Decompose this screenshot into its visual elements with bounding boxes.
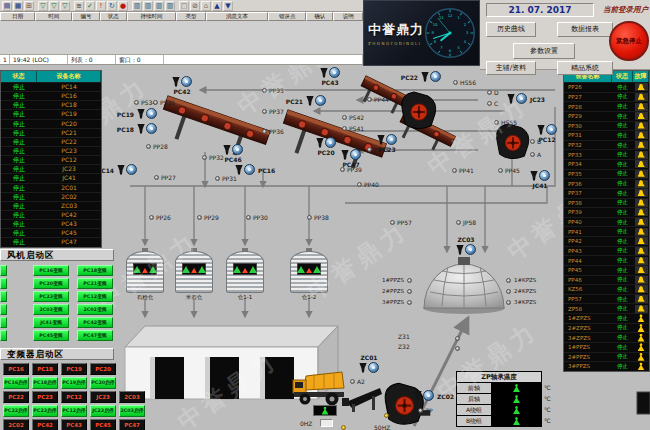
fan-vfd-button[interactable]: PC16变频 — [33, 265, 69, 276]
alarm-col-9[interactable]: 说明 — [333, 12, 363, 21]
left-device-row[interactable]: 停止PC47 — [1, 237, 101, 246]
fan-vfd-button[interactable]: PC12变频 — [77, 291, 113, 302]
right-device-row[interactable]: ZP58停止 — [564, 303, 649, 313]
ctrl-button-3[interactable]: 主辅/资料 — [486, 61, 536, 75]
vfd-startstop-button[interactable]: PC12启停 — [61, 405, 87, 417]
right-device-row[interactable]: PP42停止 — [564, 236, 649, 246]
fan-vfd-button[interactable]: 2C03变频 — [33, 304, 69, 315]
vfd-startstop-button[interactable]: PC19启停 — [61, 377, 87, 389]
right-device-row[interactable]: PP40停止 — [564, 217, 649, 227]
vfd-startstop-button[interactable]: JC23启停 — [90, 405, 116, 417]
vfd-device-button[interactable]: PC19 — [61, 363, 87, 375]
alarm-col-6[interactable]: 消息文本 — [206, 12, 269, 21]
vfd-device-button[interactable]: PC12 — [61, 391, 87, 403]
toolbar-icon-1[interactable]: ▦ — [13, 1, 23, 11]
left-device-row[interactable]: 停止ZC03 — [1, 201, 101, 210]
right-device-row[interactable]: PP43停止 — [564, 246, 649, 256]
ctrl-button-2[interactable]: 参数设置 — [513, 43, 575, 59]
toolbar-icon-4[interactable]: ▽ — [49, 1, 59, 11]
toolbar-icon-18[interactable]: ▲ — [212, 1, 222, 11]
vfd-device-button[interactable]: PC22 — [3, 391, 29, 403]
right-device-row[interactable]: 3#ZPZS停止 — [564, 332, 649, 342]
fan-btn-stub[interactable] — [0, 265, 7, 276]
right-device-row[interactable]: PP33停止 — [564, 149, 649, 159]
right-device-row[interactable]: PP32停止 — [564, 140, 649, 150]
vfd-device-button[interactable]: PC45 — [90, 419, 116, 430]
fan-btn-stub[interactable] — [0, 278, 7, 289]
right-device-row[interactable]: 3#PPZS停止 — [564, 361, 649, 371]
fan-vfd-button[interactable]: JC41变频 — [33, 317, 69, 328]
vfd-device-button[interactable]: PC43 — [61, 419, 87, 430]
right-device-row[interactable]: PP34停止 — [564, 159, 649, 169]
vfd-device-button[interactable]: PC47 — [119, 419, 145, 430]
fan-vfd-button[interactable]: PC42变频 — [77, 317, 113, 328]
left-device-row[interactable]: 停止PC42 — [1, 210, 101, 219]
toolbar-icon-16[interactable]: ⊘ — [190, 1, 200, 11]
toolbar-icon-11[interactable]: ▥ — [132, 1, 142, 11]
fan-btn-stub[interactable] — [0, 330, 7, 341]
left-device-row[interactable]: 停止2C02 — [1, 192, 101, 201]
left-device-row[interactable]: 停止PC16 — [1, 91, 101, 100]
ctrl-button-4[interactable]: 精品系统 — [557, 61, 613, 75]
right-device-row[interactable]: PP41停止 — [564, 226, 649, 236]
fan-vfd-button[interactable]: PC18变频 — [77, 265, 113, 276]
alarm-col-0[interactable]: 日期 — [0, 12, 35, 21]
right-device-row[interactable]: 1#PPZS停止 — [564, 342, 649, 352]
toolbar-icon-14[interactable]: ▥ — [165, 1, 175, 11]
left-device-row[interactable]: 停止PC18 — [1, 100, 101, 109]
left-device-row[interactable]: 停止PC22 — [1, 137, 101, 146]
right-device-row[interactable]: PP44停止 — [564, 255, 649, 265]
alarm-col-7[interactable]: 错误点 — [268, 12, 306, 21]
alarm-col-3[interactable]: 状态 — [100, 12, 127, 21]
left-device-row[interactable]: 停止PC21 — [1, 128, 101, 137]
alarm-col-5[interactable]: 类型 — [176, 12, 206, 21]
toolbar-icon-13[interactable]: ▥ — [154, 1, 164, 11]
toolbar-icon-15[interactable]: □ — [179, 1, 189, 11]
right-device-row[interactable]: PP31停止 — [564, 130, 649, 140]
right-device-row[interactable]: PP46停止 — [564, 275, 649, 285]
vfd-startstop-button[interactable]: PC18启停 — [32, 377, 58, 389]
left-device-row[interactable]: 停止JC23 — [1, 164, 101, 173]
toolbar-icon-9[interactable]: ↻ — [107, 1, 117, 11]
toolbar-icon-19[interactable]: ▼ — [223, 1, 233, 11]
emergency-stop-button[interactable]: 紧急停止 — [609, 21, 649, 61]
left-device-row[interactable]: 停止PC43 — [1, 219, 101, 228]
fan-vfd-button[interactable]: 2C02变频 — [77, 304, 113, 315]
vfd-device-button[interactable]: PC42 — [32, 419, 58, 430]
alarm-col-1[interactable]: 时间 — [35, 12, 72, 21]
fan-vfd-button[interactable]: PC20变频 — [33, 278, 69, 289]
hz-value-box[interactable] — [320, 419, 333, 427]
ctrl-button-1[interactable]: 数据报表 — [557, 22, 613, 37]
vfd-startstop-button[interactable]: 2C03启停 — [119, 405, 145, 417]
right-device-row[interactable]: PP27停止 — [564, 92, 649, 102]
vfd-device-button[interactable]: JC23 — [90, 391, 116, 403]
vfd-startstop-button[interactable]: PC16启停 — [3, 377, 29, 389]
toolbar-icon-3[interactable]: ▽ — [38, 1, 48, 11]
vfd-startstop-button[interactable]: PC22启停 — [3, 405, 29, 417]
fan-btn-stub[interactable] — [0, 317, 7, 328]
alarm-list-area[interactable] — [0, 21, 363, 55]
toolbar-icon-6[interactable]: ≡ — [74, 1, 84, 11]
left-device-row[interactable]: 停止PC23 — [1, 146, 101, 155]
right-device-row[interactable]: PP28停止 — [564, 101, 649, 111]
vfd-device-button[interactable]: 2C03 — [119, 391, 145, 403]
right-device-row[interactable]: PP30停止 — [564, 121, 649, 131]
right-device-row[interactable]: PP35停止 — [564, 169, 649, 179]
left-device-row[interactable]: 停止PC20 — [1, 119, 101, 128]
fan-vfd-button[interactable]: PC21变频 — [77, 278, 113, 289]
right-device-row[interactable]: PP26停止 — [564, 82, 649, 92]
vfd-device-button[interactable]: PC18 — [32, 363, 58, 375]
fan-vfd-button[interactable]: PC47变频 — [77, 330, 113, 341]
right-device-row[interactable]: 2#PPZS停止 — [564, 352, 649, 362]
fan-vfd-button[interactable]: PC23变频 — [33, 291, 69, 302]
fan-vfd-button[interactable]: PC45变频 — [33, 330, 69, 341]
alarm-col-8[interactable]: 确认 — [306, 12, 333, 21]
right-device-row[interactable]: PP37停止 — [564, 188, 649, 198]
toolbar-icon-2[interactable]: ⊞ — [24, 1, 34, 11]
vfd-startstop-button[interactable]: PC20启停 — [90, 377, 116, 389]
alarm-col-2[interactable]: 编号 — [72, 12, 99, 21]
vfd-startstop-button[interactable]: PC23启停 — [32, 405, 58, 417]
left-device-row[interactable]: 停止PC45 — [1, 228, 101, 237]
right-device-row[interactable]: PP45停止 — [564, 265, 649, 275]
left-device-row[interactable]: 停止JC41 — [1, 173, 101, 182]
